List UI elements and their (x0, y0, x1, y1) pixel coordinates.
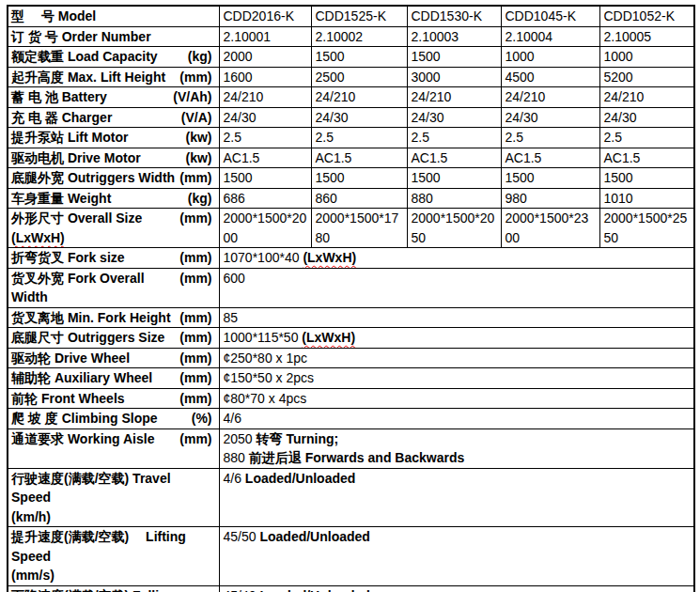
row-label-cell: 蓄 电 池 Battery(V/Ah) (8, 87, 219, 108)
table-row-load-capacity: 额定载重 Load Capacity(kg) 2000 1500 1500 10… (8, 47, 694, 68)
row-unit: (km/h) (11, 507, 212, 527)
spellcheck-underline: (LxWxH) (302, 330, 355, 345)
spec-cell: 1500 (311, 47, 407, 68)
row-unit: (mm) (179, 269, 211, 288)
row-label-cell: 充 电 器 Charger(V/A) (8, 107, 219, 128)
row-label-cell: 底腿尺寸 Outriggers Size(mm) (8, 328, 219, 349)
row-label-cell: 外形尺寸 Overall Size (LxWxH)(mm) (8, 209, 219, 248)
row-unit: (mm) (179, 368, 211, 388)
row-label: 底腿外宽 Outriggers Width (11, 168, 175, 188)
row-label-cell: 驱动轮 Drive Wheel(mm) (8, 348, 219, 368)
spec-cell: 2.5 (599, 128, 694, 148)
model-cell: CDD1045-K (501, 6, 599, 26)
spec-cell: 2000*1500*1780 (311, 209, 407, 248)
row-label-cell: 起升高度 Max. Lift Height(mm) (8, 67, 219, 87)
row-label-cell: 前轮 Front Wheels(mm) (8, 388, 219, 409)
spec-cell: 2.10004 (501, 26, 599, 47)
row-unit: (mm) (179, 308, 211, 328)
spec-cell: 24/30 (501, 107, 599, 128)
spec-cell: 1500 (407, 47, 501, 68)
table-row-order-number: 订 货 号 Order Number 2.10001 2.10002 2.100… (8, 26, 694, 47)
spec-cell-merged: 85 (219, 307, 694, 328)
row-label: 驱动轮 Drive Wheel (11, 349, 130, 368)
row-label-cell: 辅助轮 Auxiliary Wheel(mm) (8, 368, 219, 389)
row-label: 提升泵站 Lift Motor (11, 128, 128, 148)
spec-cell: 880 (407, 188, 501, 209)
model-cell: CDD1525-K (311, 6, 407, 26)
spec-cell: AC1.5 (501, 148, 599, 168)
spec-cell-merged: 2050 转弯 Turning; 880 前进后退 Forwards and B… (219, 428, 694, 468)
spec-cell: 2.5 (501, 128, 599, 148)
spec-cell: AC1.5 (311, 148, 407, 168)
spec-cell: 686 (219, 188, 311, 209)
spec-cell: 1010 (599, 188, 694, 209)
row-label-cell: 驱动电机 Drive Motor(kw) (8, 148, 219, 168)
row-label: 货叉外宽 Fork Overall Width (11, 269, 179, 307)
row-label: 辅助轮 Auxiliary Wheel (11, 368, 152, 388)
spec-cell: 2000*1500*2300 (501, 209, 599, 248)
row-label: 货叉离地 Min. Fork Height (11, 308, 171, 328)
spec-cell: 2.5 (407, 128, 501, 148)
table-row-lifting-speed: 提升速度(满载/空载) Lifting Speed (mm/s) 45/50 L… (8, 527, 694, 586)
spellcheck-underline: (LxWxH) (303, 250, 356, 265)
spec-cell: 1500 (219, 168, 311, 189)
row-label-cell: 底腿外宽 Outriggers Width(mm) (8, 168, 219, 189)
spec-cell-merged: 4/6 (219, 409, 694, 429)
row-label: 提升速度(满载/空载) Lifting Speed (11, 527, 212, 566)
row-label: 行驶速度(满载/空载) Travel Speed (11, 469, 212, 507)
spec-table: 型 号 Model CDD2016-K CDD1525-K CDD1530-K … (7, 5, 695, 592)
spec-cell: 24/210 (599, 87, 694, 108)
row-label: 蓄 电 池 Battery (11, 87, 107, 107)
row-unit: (V/Ah) (173, 87, 211, 107)
table-row-drive-wheel: 驱动轮 Drive Wheel(mm) ¢250*80 x 1pc (8, 348, 694, 368)
aisle-line-forwards: 880 前进后退 Forwards and Backwards (224, 448, 691, 468)
table-row-battery: 蓄 电 池 Battery(V/Ah) 24/210 24/210 24/210… (8, 87, 694, 108)
row-unit: (kw) (186, 128, 212, 148)
spec-cell: 24/30 (599, 107, 694, 128)
spec-cell: 1500 (407, 168, 501, 189)
spec-cell: 2.10003 (407, 26, 501, 47)
table-row-drive-motor: 驱动电机 Drive Motor(kw) AC1.5 AC1.5 AC1.5 A… (8, 148, 694, 168)
row-label: 通道要求 Working Aisle (11, 429, 154, 449)
spec-cell: 24/210 (219, 87, 311, 108)
row-label-cell: 折弯货叉 Fork size(mm) (8, 248, 219, 269)
row-unit: (mm/s) (11, 566, 212, 585)
table-row-falling-speed: 下降速度(满载/空载) Falling Speed (mm/s) 45/40 L… (8, 585, 694, 592)
spec-cell-merged: 45/50 Loaded/Unloaded (219, 527, 694, 586)
spec-cell: AC1.5 (219, 148, 311, 168)
model-cell: CDD2016-K (219, 6, 311, 26)
row-label: 起升高度 Max. Lift Height (11, 68, 165, 87)
row-unit: (mm) (179, 349, 211, 368)
row-label-cell: 提升泵站 Lift Motor(kw) (8, 128, 219, 148)
spec-cell: 2500 (311, 67, 407, 87)
row-unit: (mm) (179, 429, 211, 449)
row-label-cell: 货叉外宽 Fork Overall Width(mm) (8, 268, 219, 307)
table-row-weight: 车身重量 Weight(kg) 686 860 880 980 1010 (8, 188, 694, 209)
row-label: 驱动电机 Drive Motor (11, 148, 141, 168)
row-label: 底腿尺寸 Outriggers Size (11, 328, 164, 348)
table-row-working-aisle: 通道要求 Working Aisle(mm) 2050 转弯 Turning; … (8, 428, 694, 468)
row-label-cell: 订 货 号 Order Number (8, 26, 219, 47)
spec-cell-merged: ¢80*70 x 4pcs (219, 388, 694, 409)
table-row-outriggers-size: 底腿尺寸 Outriggers Size(mm) 1000*115*50 (Lx… (8, 328, 694, 349)
table-row-fork-overall-width: 货叉外宽 Fork Overall Width(mm) 600 (8, 268, 694, 307)
row-label: 前轮 Front Wheels (11, 389, 125, 409)
row-label-cell: 行驶速度(满载/空载) Travel Speed (km/h) (8, 468, 219, 527)
row-label-cell: 通道要求 Working Aisle(mm) (8, 428, 219, 468)
table-row-model: 型 号 Model CDD2016-K CDD1525-K CDD1530-K … (8, 6, 694, 26)
row-label: 订 货 号 Order Number (11, 27, 151, 47)
row-unit: (kg) (188, 189, 212, 209)
row-unit: (%) (192, 409, 212, 428)
spec-cell: 1500 (501, 168, 599, 189)
spec-cell: 1000 (501, 47, 599, 68)
table-row-climbing-slope: 爬 坡 度 Climbing Slope(%) 4/6 (8, 409, 694, 429)
row-label: 下降速度(满载/空载) Falling Speed (11, 586, 212, 592)
row-label: 外形尺寸 Overall Size (LxWxH) (11, 209, 179, 247)
row-label: 折弯货叉 Fork size (11, 248, 125, 268)
table-row-lift-height: 起升高度 Max. Lift Height(mm) 1600 2500 3000… (8, 67, 694, 87)
spec-cell: 5200 (599, 67, 694, 87)
spec-cell-merged: ¢250*80 x 1pc (219, 348, 694, 368)
row-unit: (mm) (179, 209, 211, 228)
spec-cell: 860 (311, 188, 407, 209)
spec-cell: 1000 (599, 47, 694, 68)
